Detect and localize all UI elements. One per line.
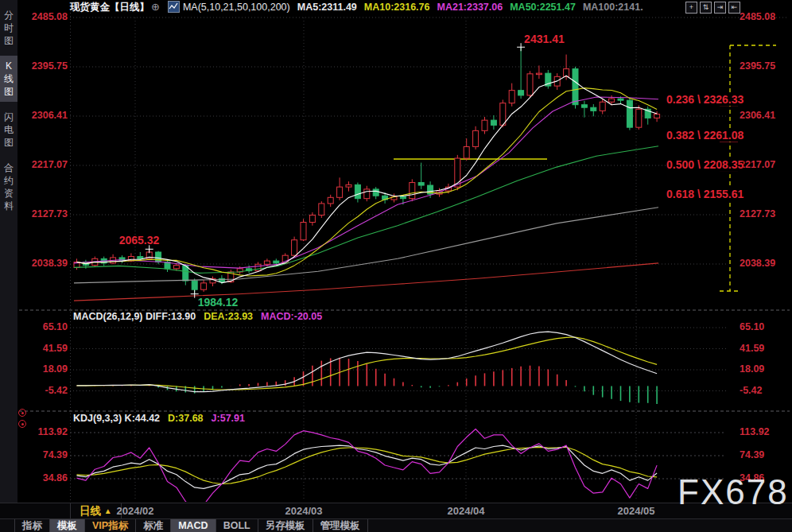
ma-value: MA50:2251.47: [510, 2, 576, 13]
toolbar-item-MACD[interactable]: MACD: [171, 519, 216, 532]
price-axis-label: 74.39: [20, 449, 68, 460]
ma-value: MA10:2316.76: [364, 2, 430, 13]
price-axis-label: 2127.73: [20, 208, 68, 219]
sidebar-tab-K线图[interactable]: K线图: [0, 56, 17, 102]
price-axis-label: 2395.75: [740, 60, 775, 72]
month-label: 2024/03: [285, 505, 323, 517]
month-label: 2024/04: [448, 505, 485, 517]
price-axis-label: -5.42: [20, 385, 68, 396]
ma-values: MA5:2311.49MA10:2316.76MA21:2337.06MA50:…: [290, 2, 643, 13]
price-axis-label: 113.92: [20, 426, 68, 437]
ma-value: MA100:2141.: [583, 2, 643, 13]
toolbar-item-另存模板[interactable]: 另存模板: [258, 519, 313, 532]
ma-value: MA21:2337.06: [437, 2, 503, 13]
crosshair-icon[interactable]: +: [685, 2, 697, 14]
time-axis: 日线 ▲ 2024/022024/032024/042024/05: [0, 503, 792, 519]
chart-canvas[interactable]: [0, 0, 792, 503]
indicator-switch-icon[interactable]: [18, 409, 26, 417]
period-selector[interactable]: 日线 ▲: [80, 504, 112, 518]
ma-value: MA5:2311.49: [297, 2, 357, 13]
price-axis-label: 65.10: [20, 321, 68, 332]
fit-vertical-icon[interactable]: ⇅: [700, 2, 712, 14]
trading-terminal: 分时图K线图闪电图合约资料 现货黄金【日线】⊕MA(5,10,21,50,100…: [0, 0, 792, 532]
indicator-value: DEA:23.93: [204, 311, 253, 322]
triangle-up-icon: ▲: [104, 507, 112, 515]
price-axis-label: 2395.75: [20, 60, 68, 72]
price-axis-label: 2038.39: [740, 258, 775, 269]
price-axis-label: 113.92: [740, 426, 770, 437]
scroll-right-icon[interactable]: ⇥: [714, 2, 726, 14]
axis-tick: [70, 503, 71, 518]
price-axis-label: 2127.73: [740, 208, 775, 219]
window-controls: +⇅⇥⇤: [685, 2, 740, 14]
sidebar-tab-分时图[interactable]: 分时图: [0, 5, 17, 51]
price-axis-label: 65.10: [740, 321, 764, 332]
price-axis-label: 2038.39: [20, 258, 68, 269]
bottom-toolbar: 指标模板VIP指标标准MACDBOLL另存模板管理模板: [0, 518, 792, 532]
indicator-value: MACD:-20.05: [261, 311, 322, 322]
price-axis-label: -5.42: [740, 385, 763, 396]
month-label: 2024/05: [618, 505, 655, 517]
watermark: FX678: [677, 472, 789, 512]
instrument-title[interactable]: 现货黄金【日线】: [70, 2, 149, 13]
candlestick-mini-icon: [168, 1, 180, 13]
fib-level-label: 0.500 \ 2208.35: [666, 158, 743, 171]
expand-icon[interactable]: ⊕: [149, 1, 161, 13]
price-annotation: 2065.32: [119, 234, 160, 247]
panel-header: KDJ(9,3,3) K:44.42D:37.68J:57.91: [73, 413, 253, 424]
fib-level-label: 0.382 \ 2261.08: [666, 129, 743, 142]
price-axis-label: 18.09: [740, 363, 764, 375]
price-axis-label: 34.86: [20, 472, 68, 483]
price-axis-label: 2306.41: [740, 110, 775, 121]
panel-header: MACD(26,12,9) DIFF:13.90DEA:23.93MACD:-2…: [73, 311, 330, 322]
indicator-value: MACD(26,12,9) DIFF:13.90: [73, 311, 196, 322]
exit-chart-icon[interactable]: ⇤: [728, 2, 740, 14]
price-annotation: 1984.12: [198, 296, 239, 309]
price-axis-label: 41.59: [20, 343, 68, 354]
fib-level-label: 0.236 \ 2326.33: [666, 93, 743, 106]
price-axis-label: 2217.07: [20, 159, 68, 170]
price-annotation: 2431.41: [524, 33, 565, 45]
price-axis-label: 2306.41: [20, 110, 68, 121]
toolbar-item-BOLL[interactable]: BOLL: [216, 519, 258, 532]
toolbar-item-管理模板[interactable]: 管理模板: [313, 519, 368, 532]
toolbar-item-标准[interactable]: 标准: [136, 519, 171, 532]
price-axis-label: 18.09: [20, 363, 68, 375]
price-axis-label: 2217.07: [740, 159, 775, 170]
sidebar-tab-闪电图[interactable]: 闪电图: [0, 107, 17, 153]
toolbar-item-VIP指标[interactable]: VIP指标: [85, 519, 136, 532]
indicator-value: D:37.68: [168, 413, 203, 424]
indicator-value: J:57.91: [212, 413, 245, 424]
sidebar-tab-合约资料[interactable]: 合约资料: [0, 157, 17, 216]
price-axis-label: 2485.08: [740, 11, 775, 22]
price-axis-label: 41.59: [740, 343, 764, 354]
toolbar-item-指标[interactable]: 指标: [14, 519, 50, 532]
month-label: 2024/02: [117, 505, 154, 517]
chart-header: 现货黄金【日线】⊕MA(5,10,21,50,100,200)MA5:2311.…: [70, 0, 643, 16]
indicator-switch2-icon[interactable]: [18, 420, 26, 428]
indicator-value: KDJ(9,3,3) K:44.42: [73, 413, 160, 424]
toolbar-item-模板[interactable]: 模板: [50, 519, 85, 532]
left-tab-bar: 分时图K线图闪电图合约资料: [0, 0, 17, 503]
fib-level-label: 0.618 \ 2155.61: [666, 188, 743, 200]
ma-settings-label: MA(5,10,21,50,100,200): [183, 2, 290, 13]
price-axis-label: 74.39: [740, 449, 764, 460]
price-axis-label: 2485.08: [20, 11, 68, 22]
